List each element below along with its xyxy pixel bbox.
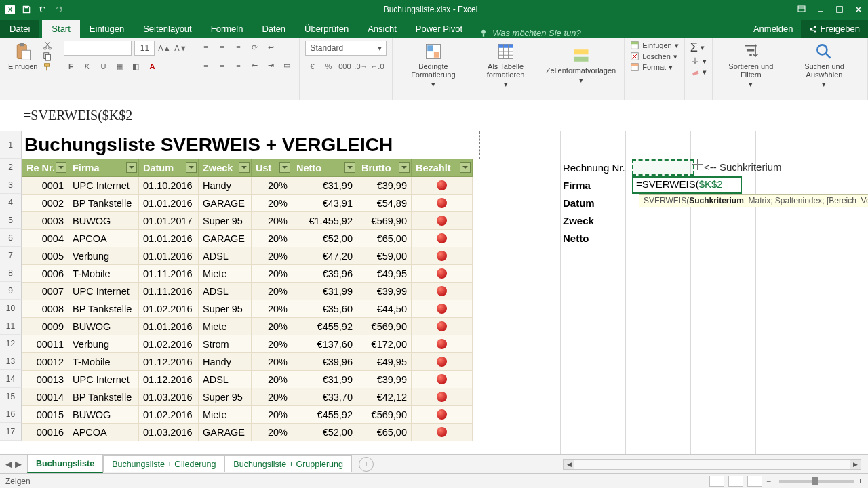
- row-number[interactable]: 4: [0, 194, 22, 211]
- table-row[interactable]: 00016APCOA01.03.2016GARAGE20%€52,00€65,0…: [22, 424, 473, 441]
- row-number[interactable]: 11: [0, 317, 22, 335]
- table-row[interactable]: 0007UPC Internet01.11.2016ADSL20%€31,99€…: [22, 283, 473, 300]
- cell-zweck[interactable]: ADSL: [199, 247, 252, 265]
- cell-brutto[interactable]: €59,00: [357, 247, 412, 265]
- cell-renr[interactable]: 0008: [22, 300, 68, 318]
- cell-ust[interactable]: 20%: [252, 318, 292, 336]
- increase-decimal-icon[interactable]: .0→: [354, 60, 368, 73]
- cell-bezahlt[interactable]: [412, 230, 473, 247]
- view-page-layout-icon[interactable]: [728, 476, 743, 487]
- align-right-icon[interactable]: ≡: [231, 58, 245, 72]
- filter-icon[interactable]: [399, 162, 410, 173]
- cell-bezahlt[interactable]: [412, 424, 473, 441]
- row-number[interactable]: 17: [0, 423, 22, 441]
- align-middle-icon[interactable]: ≡: [215, 41, 229, 54]
- font-family-box[interactable]: [64, 41, 132, 56]
- col-header[interactable]: Datum: [139, 159, 199, 177]
- cell-bezahlt[interactable]: [412, 353, 473, 371]
- cell-netto[interactable]: €1.455,92: [292, 212, 357, 230]
- font-color-icon[interactable]: A: [145, 60, 159, 73]
- signin-link[interactable]: Anmelden: [745, 20, 802, 38]
- editing-cell[interactable]: =SVERWEIS($K$2: [632, 176, 742, 194]
- font-size-box[interactable]: [134, 41, 155, 56]
- col-header[interactable]: Firma: [68, 159, 139, 177]
- cell-zweck[interactable]: Super 95: [199, 388, 252, 406]
- cell-renr[interactable]: 0003: [22, 212, 68, 230]
- orientation-icon[interactable]: ⟳: [248, 41, 261, 54]
- cell-netto[interactable]: €31,99: [292, 177, 357, 195]
- copy-icon[interactable]: [43, 52, 52, 61]
- filter-icon[interactable]: [460, 162, 471, 173]
- format-as-table-button[interactable]: Als Tabelle formatieren▾: [471, 41, 540, 89]
- cell-zweck[interactable]: Miete: [199, 406, 252, 424]
- cell-zweck[interactable]: GARAGE: [199, 230, 252, 247]
- cell-firma[interactable]: T-Mobile: [68, 265, 139, 283]
- filter-icon[interactable]: [239, 162, 250, 173]
- tell-me[interactable]: Was möchten Sie tun?: [472, 28, 745, 38]
- cell-ust[interactable]: 20%: [252, 353, 292, 371]
- table-row[interactable]: 00014BP Tankstelle01.03.2016Super 9520%€…: [22, 388, 473, 406]
- cell-renr[interactable]: 00011: [22, 336, 68, 353]
- cell-ust[interactable]: 20%: [252, 406, 292, 424]
- save-icon[interactable]: [22, 5, 31, 14]
- cell-datum[interactable]: 01.03.2016: [139, 388, 199, 406]
- cell-datum[interactable]: 01.02.2016: [139, 336, 199, 353]
- cell-renr[interactable]: 00012: [22, 353, 68, 371]
- cell-bezahlt[interactable]: [412, 177, 473, 195]
- tab-datei[interactable]: Datei: [0, 20, 39, 38]
- cell-brutto[interactable]: €42,12: [357, 388, 412, 406]
- align-bottom-icon[interactable]: ≡: [231, 41, 245, 54]
- cell-bezahlt[interactable]: [412, 195, 473, 212]
- cell-brutto[interactable]: €65,00: [357, 424, 412, 441]
- cell-netto[interactable]: €52,00: [292, 230, 357, 247]
- format-cells-button[interactable]: Format ▾: [630, 62, 678, 72]
- cell-firma[interactable]: Verbung: [68, 247, 139, 265]
- underline-icon[interactable]: U: [96, 60, 110, 73]
- table-row[interactable]: 0002BP Tankstelle01.01.2016GARAGE20%€43,…: [22, 195, 473, 212]
- filter-icon[interactable]: [186, 162, 197, 173]
- add-sheet-button[interactable]: +: [359, 457, 374, 472]
- cell-brutto[interactable]: €569,90: [357, 318, 412, 336]
- decrease-font-icon[interactable]: A▼: [174, 41, 187, 55]
- cell-bezahlt[interactable]: [412, 371, 473, 388]
- col-header[interactable]: Brutto: [357, 159, 412, 177]
- cell-renr[interactable]: 0004: [22, 230, 68, 247]
- cell-firma[interactable]: Verbung: [68, 336, 139, 353]
- worksheet[interactable]: 1 2 3 4 5 6 7 8 9 10 11 12 13 14 15 16 1…: [0, 131, 868, 454]
- filter-icon[interactable]: [279, 162, 290, 173]
- formula-bar[interactable]: =SVERWEIS($K$2: [0, 100, 868, 131]
- redo-icon[interactable]: [54, 5, 64, 14]
- align-left-icon[interactable]: ≡: [199, 58, 212, 72]
- cell-renr[interactable]: 0007: [22, 283, 68, 300]
- cell-zweck[interactable]: Super 95: [199, 300, 252, 318]
- align-center-icon[interactable]: ≡: [215, 58, 229, 72]
- horizontal-scrollbar[interactable]: ◀▶: [563, 459, 861, 470]
- col-header[interactable]: Re Nr.: [22, 159, 68, 177]
- delete-cells-button[interactable]: Löschen ▾: [630, 52, 678, 61]
- tab-daten[interactable]: Daten: [252, 20, 295, 38]
- cell-ust[interactable]: 20%: [252, 371, 292, 388]
- zoom-in-icon[interactable]: +: [858, 476, 863, 486]
- align-top-icon[interactable]: ≡: [199, 41, 212, 54]
- table-row[interactable]: 00015BUWOG01.02.2016Miete20%€455,92€569,…: [22, 406, 473, 424]
- cell-firma[interactable]: BUWOG: [68, 318, 139, 336]
- cell-netto[interactable]: €43,91: [292, 195, 357, 212]
- cell-netto[interactable]: €31,99: [292, 283, 357, 300]
- cell-renr[interactable]: 0001: [22, 177, 68, 195]
- table-row[interactable]: 0004APCOA01.01.2016GARAGE20%€52,00€65,00: [22, 230, 473, 247]
- cell-ust[interactable]: 20%: [252, 212, 292, 230]
- cell-bezahlt[interactable]: [412, 406, 473, 424]
- minimize-button[interactable]: [811, 0, 830, 19]
- col-header[interactable]: Netto: [292, 159, 357, 177]
- row-number[interactable]: 8: [0, 264, 22, 282]
- cell-netto[interactable]: €47,20: [292, 247, 357, 265]
- formula-input[interactable]: =SVERWEIS($K$2: [4, 108, 864, 123]
- cell-datum[interactable]: 01.12.2016: [139, 353, 199, 371]
- cell-renr[interactable]: 0009: [22, 318, 68, 336]
- cell-firma[interactable]: APCOA: [68, 230, 139, 247]
- cell-ust[interactable]: 20%: [252, 424, 292, 441]
- filter-icon[interactable]: [126, 162, 137, 173]
- tab-seitenlayout[interactable]: Seitenlayout: [134, 20, 201, 38]
- cell-brutto[interactable]: €65,00: [357, 230, 412, 247]
- tab-formeln[interactable]: Formeln: [201, 20, 253, 38]
